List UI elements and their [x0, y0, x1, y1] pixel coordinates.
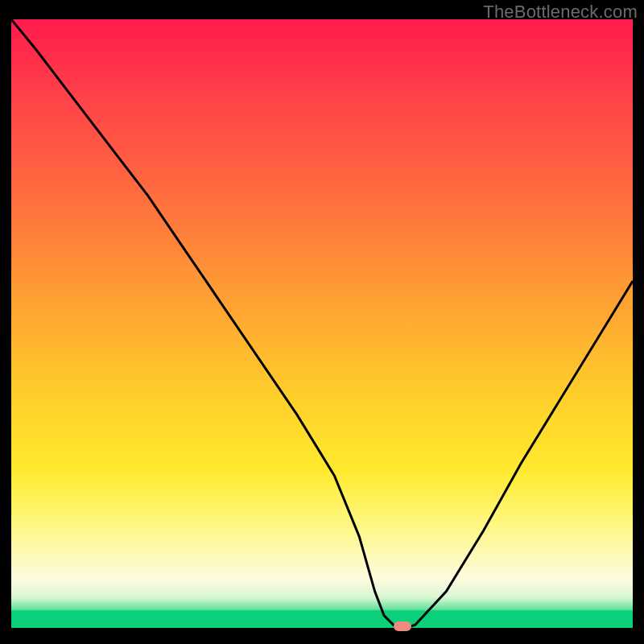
chart-container: TheBottleneck.com — [0, 0, 644, 644]
watermark-text: TheBottleneck.com — [483, 2, 638, 23]
optimal-point-marker — [394, 621, 411, 631]
plot-frame — [11, 19, 633, 633]
curve-path — [11, 19, 633, 628]
bottleneck-curve — [11, 19, 633, 628]
